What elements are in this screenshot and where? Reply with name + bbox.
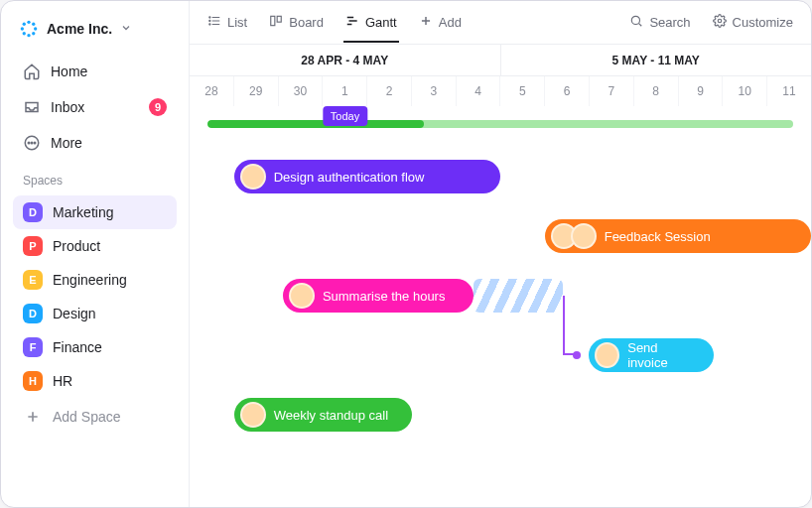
nav-inbox[interactable]: Inbox 9 <box>13 90 177 124</box>
task-label: Send invoice <box>627 340 697 370</box>
spaces-section-label: Spaces <box>13 162 177 193</box>
tab-label: Gantt <box>365 15 397 30</box>
sidebar-space-hr[interactable]: HHR <box>13 364 177 398</box>
inbox-icon <box>23 98 41 116</box>
svg-line-28 <box>639 24 642 27</box>
tab-label: Board <box>289 15 324 30</box>
workspace-switcher[interactable]: Acme Inc. <box>13 15 177 53</box>
svg-point-10 <box>31 142 33 144</box>
dependency-line <box>563 296 578 355</box>
svg-rect-21 <box>277 16 281 22</box>
svg-point-3 <box>34 27 37 30</box>
search-button[interactable]: Search <box>627 2 692 43</box>
sidebar-space-marketing[interactable]: DMarketing <box>13 195 177 229</box>
tab-list[interactable]: List <box>205 2 249 43</box>
svg-rect-20 <box>271 16 275 25</box>
svg-point-29 <box>718 19 722 23</box>
search-label: Search <box>649 15 690 30</box>
tab-add-view[interactable]: Add <box>417 2 464 43</box>
space-label: Engineering <box>53 272 127 288</box>
tab-label: Add <box>439 15 462 30</box>
inbox-badge: 9 <box>149 98 167 116</box>
task-label: Weekly standup call <box>274 408 388 423</box>
day-header: 28 <box>190 76 234 106</box>
sidebar-space-engineering[interactable]: EEngineering <box>13 263 177 297</box>
svg-point-0 <box>27 21 30 24</box>
chevron-down-icon <box>120 20 132 38</box>
tab-gantt[interactable]: Gantt <box>343 2 399 43</box>
plus-icon <box>23 407 43 427</box>
progress-bar <box>207 120 793 128</box>
day-header: 30 <box>279 76 324 106</box>
add-space-label: Add Space <box>53 409 121 425</box>
svg-point-19 <box>209 24 210 25</box>
space-chip-icon: H <box>23 371 43 391</box>
workspace-name: Acme Inc. <box>47 21 112 37</box>
search-icon <box>629 14 643 31</box>
tab-board[interactable]: Board <box>267 2 326 43</box>
task-fb[interactable]: Feedback Session <box>545 219 811 253</box>
space-label: Product <box>53 238 100 254</box>
gantt-timeline[interactable]: 28 APR - 4 MAY 5 MAY - 11 MAY 2829301234… <box>190 45 811 507</box>
timeline-header-days: 2829301234567891011 <box>190 76 811 106</box>
svg-point-6 <box>23 32 26 35</box>
sidebar: Acme Inc. Home Inbox 9 More Spaces DM <box>1 1 190 507</box>
task-label: Feedback Session <box>605 229 711 244</box>
day-header: 8 <box>634 76 679 106</box>
nav-more[interactable]: More <box>13 126 177 160</box>
nav-home[interactable]: Home <box>13 55 177 88</box>
space-label: HR <box>53 373 72 389</box>
task-label: Summarise the hours <box>323 289 446 304</box>
day-header: 1 <box>323 76 367 106</box>
range-left: 28 APR - 4 MAY <box>190 45 501 75</box>
task-standup[interactable]: Weekly standup call <box>234 398 412 432</box>
day-header: 29 <box>234 76 279 106</box>
add-space-button[interactable]: Add Space <box>13 400 177 434</box>
gantt-icon <box>345 14 359 31</box>
plus-icon <box>419 14 433 31</box>
avatar <box>571 223 597 249</box>
customize-button[interactable]: Customize <box>711 2 795 43</box>
svg-point-17 <box>209 17 210 18</box>
customize-label: Customize <box>733 15 793 30</box>
svg-point-1 <box>27 34 30 37</box>
svg-point-5 <box>32 23 35 26</box>
day-header: 2 <box>367 76 412 106</box>
day-header: 4 <box>457 76 501 106</box>
svg-point-18 <box>209 20 210 21</box>
space-chip-icon: D <box>23 304 43 323</box>
task-label: Design authentication flow <box>274 170 425 185</box>
task-invoice[interactable]: Send invoice <box>589 338 713 372</box>
avatar <box>595 342 619 368</box>
view-tabs: List Board Gantt Add Search Customize <box>190 1 811 45</box>
sidebar-space-product[interactable]: PProduct <box>13 229 177 263</box>
dependency-end-dot <box>573 351 581 359</box>
space-chip-icon: D <box>23 202 43 222</box>
nav-label: Inbox <box>51 99 84 115</box>
svg-point-4 <box>23 23 26 26</box>
avatar <box>240 402 266 428</box>
day-header: 5 <box>500 76 545 106</box>
sidebar-space-finance[interactable]: FFinance <box>13 330 177 364</box>
task-auth[interactable]: Design authentication flow <box>234 160 500 193</box>
more-icon <box>23 134 41 152</box>
spaces-list: DMarketingPProductEEngineeringDDesignFFi… <box>13 195 177 398</box>
avatar <box>289 283 315 309</box>
task-hours[interactable]: Summarise the hours <box>283 279 474 313</box>
day-header: 10 <box>723 76 767 106</box>
avatar <box>240 164 266 190</box>
day-header: 6 <box>545 76 590 106</box>
gear-icon <box>713 14 727 31</box>
day-header: 9 <box>679 76 724 106</box>
nav-label: More <box>51 135 82 151</box>
progress-fill <box>207 120 424 128</box>
nav-label: Home <box>51 64 87 79</box>
space-chip-icon: F <box>23 337 43 357</box>
svg-point-11 <box>34 142 36 144</box>
day-header: 11 <box>767 76 811 106</box>
svg-point-27 <box>632 16 640 24</box>
space-label: Design <box>53 306 96 321</box>
home-icon <box>23 63 41 80</box>
sidebar-space-design[interactable]: DDesign <box>13 297 177 330</box>
svg-point-2 <box>21 27 24 30</box>
